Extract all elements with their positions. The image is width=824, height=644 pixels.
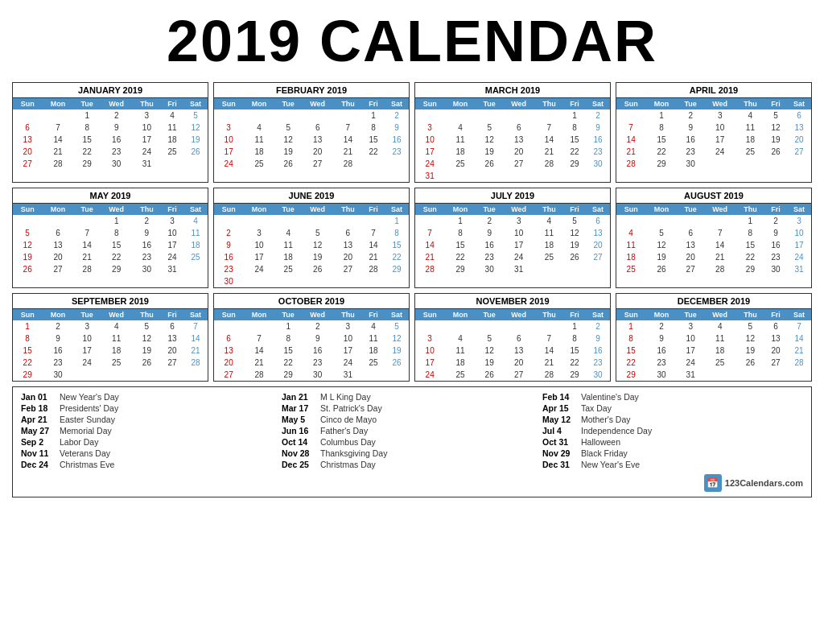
cal-day bbox=[616, 215, 645, 227]
cal-day: 30 bbox=[42, 369, 74, 381]
cal-day: 18 bbox=[535, 239, 563, 251]
day-header-Wed: Wed bbox=[704, 98, 736, 109]
cal-day bbox=[74, 369, 101, 381]
cal-day: 28 bbox=[74, 263, 101, 275]
cal-day: 23 bbox=[42, 357, 74, 369]
cal-day: 2 bbox=[764, 215, 787, 227]
cal-day: 3 bbox=[704, 109, 736, 122]
cal-day: 8 bbox=[101, 227, 133, 239]
cal-day: 27 bbox=[503, 369, 535, 381]
day-header-Wed: Wed bbox=[503, 98, 535, 109]
day-header-Sat: Sat bbox=[787, 309, 811, 320]
holiday-row: Oct 31Halloween bbox=[542, 437, 803, 447]
cal-day: 27 bbox=[586, 251, 610, 263]
cal-day: 21 bbox=[183, 345, 208, 357]
holiday-row: Jul 4Independence Day bbox=[542, 426, 803, 436]
cal-day: 26 bbox=[645, 263, 678, 275]
cal-day: 7 bbox=[362, 227, 385, 239]
day-header-Fri: Fri bbox=[161, 309, 183, 320]
day-header-Mon: Mon bbox=[645, 309, 678, 320]
cal-day: 7 bbox=[243, 332, 275, 345]
cal-table-10: SunMonTueWedThuFriSat1234567891011121314… bbox=[415, 309, 610, 381]
holiday-date: Jun 16 bbox=[282, 426, 315, 436]
cal-day: 8 bbox=[13, 332, 42, 345]
cal-day: 10 bbox=[74, 332, 101, 345]
cal-day: 5 bbox=[476, 332, 503, 345]
month-title-1: FEBRUARY 2019 bbox=[214, 83, 409, 98]
cal-day: 10 bbox=[214, 134, 243, 146]
cal-day bbox=[535, 109, 563, 122]
cal-day: 13 bbox=[764, 332, 787, 345]
cal-day: 5 bbox=[476, 122, 503, 134]
cal-day: 1 bbox=[616, 320, 645, 332]
cal-day: 30 bbox=[645, 369, 678, 381]
cal-day: 16 bbox=[678, 134, 704, 146]
cal-day: 3 bbox=[678, 320, 704, 332]
cal-day bbox=[42, 109, 74, 122]
holiday-date: Jul 4 bbox=[542, 426, 576, 436]
cal-day: 12 bbox=[563, 227, 586, 239]
cal-day: 12 bbox=[275, 134, 302, 146]
cal-day bbox=[503, 170, 535, 182]
cal-day: 22 bbox=[74, 146, 101, 158]
cal-day: 8 bbox=[444, 227, 476, 239]
cal-day: 12 bbox=[302, 239, 334, 251]
cal-day: 11 bbox=[101, 332, 133, 345]
cal-day: 22 bbox=[563, 357, 586, 369]
holiday-date: Oct 31 bbox=[542, 437, 576, 447]
cal-day: 30 bbox=[214, 275, 243, 287]
cal-day: 14 bbox=[616, 134, 645, 146]
day-header-Tue: Tue bbox=[476, 204, 503, 215]
cal-day: 16 bbox=[133, 239, 161, 251]
cal-day: 6 bbox=[334, 227, 362, 239]
cal-day: 24 bbox=[415, 369, 444, 381]
cal-day: 31 bbox=[161, 263, 183, 275]
day-header-Wed: Wed bbox=[101, 204, 133, 215]
cal-day bbox=[444, 109, 476, 122]
cal-day: 20 bbox=[503, 357, 535, 369]
day-header-Mon: Mon bbox=[243, 98, 275, 109]
day-header-Wed: Wed bbox=[503, 204, 535, 215]
holiday-row: Nov 29Black Friday bbox=[542, 448, 803, 458]
cal-day: 26 bbox=[13, 263, 42, 275]
cal-day: 22 bbox=[275, 357, 302, 369]
cal-day: 26 bbox=[302, 263, 334, 275]
cal-day: 19 bbox=[764, 134, 787, 146]
holiday-date: Jan 21 bbox=[282, 392, 315, 402]
day-header-Wed: Wed bbox=[704, 204, 736, 215]
cal-day bbox=[563, 170, 586, 182]
cal-day bbox=[302, 275, 334, 287]
cal-day: 11 bbox=[275, 239, 302, 251]
cal-day bbox=[334, 275, 362, 287]
cal-day bbox=[503, 320, 535, 332]
cal-table-7: SunMonTueWedThuFriSat1234567891011121314… bbox=[616, 204, 811, 275]
holiday-date: Sep 2 bbox=[21, 437, 55, 447]
cal-day: 19 bbox=[563, 239, 586, 251]
holiday-col-2: Feb 14Valentine's DayApr 15Tax DayMay 12… bbox=[542, 392, 803, 492]
cal-day bbox=[42, 215, 74, 227]
cal-day: 31 bbox=[334, 369, 362, 381]
cal-day: 17 bbox=[415, 357, 444, 369]
cal-day: 27 bbox=[42, 263, 74, 275]
cal-day: 24 bbox=[214, 158, 243, 170]
cal-day: 28 bbox=[616, 158, 645, 170]
cal-day: 23 bbox=[586, 146, 610, 158]
cal-day bbox=[415, 320, 444, 332]
cal-day: 29 bbox=[736, 263, 764, 275]
month-title-3: APRIL 2019 bbox=[616, 83, 811, 98]
cal-day: 14 bbox=[704, 239, 736, 251]
cal-day: 26 bbox=[476, 158, 503, 170]
cal-day: 4 bbox=[535, 215, 563, 227]
cal-day: 21 bbox=[535, 146, 563, 158]
holiday-row: Sep 2Labor Day bbox=[21, 437, 282, 447]
cal-day: 14 bbox=[334, 134, 362, 146]
day-header-Wed: Wed bbox=[503, 309, 535, 320]
cal-day: 12 bbox=[736, 332, 764, 345]
cal-table-3: SunMonTueWedThuFriSat1234567891011121314… bbox=[616, 98, 811, 170]
cal-day: 29 bbox=[616, 369, 645, 381]
cal-day: 19 bbox=[133, 345, 161, 357]
cal-day: 3 bbox=[334, 320, 362, 332]
cal-day: 25 bbox=[444, 158, 476, 170]
cal-day: 5 bbox=[563, 215, 586, 227]
cal-day: 20 bbox=[334, 251, 362, 263]
